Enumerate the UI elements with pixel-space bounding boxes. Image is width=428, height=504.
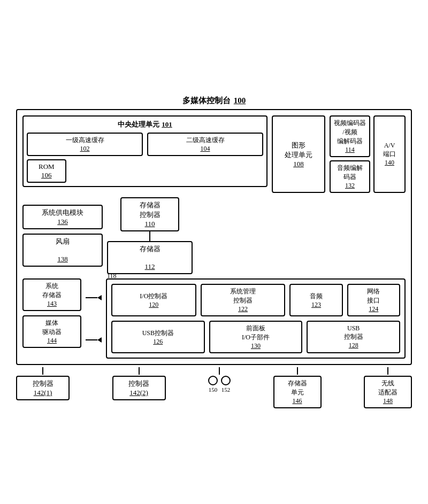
storage-unit-group: 存储器 单元 146 bbox=[273, 367, 322, 408]
audio-codec-num: 132 bbox=[345, 182, 355, 190]
usb-ctrl1-num: 126 bbox=[153, 338, 163, 346]
bus-section: 系统 存储器 143 媒体 驱动器 144 bbox=[22, 278, 406, 359]
io-bus-row2: USB控制器 126 前面板 I/O子部件 130 USB 控制器 128 bbox=[111, 321, 400, 353]
title-number: 100 bbox=[234, 96, 246, 105]
memory-num: 112 bbox=[144, 262, 155, 271]
storage-unit-block: 存储器 单元 146 bbox=[273, 376, 322, 408]
connectors-group: 150 152 bbox=[208, 367, 231, 393]
rom-block: ROM 106 bbox=[27, 159, 66, 183]
wireless-group: 无线 适配器 148 bbox=[364, 367, 412, 408]
media-drive-num: 144 bbox=[47, 337, 57, 345]
front-panel-block: 前面板 I/O子部件 130 bbox=[209, 321, 303, 353]
io-ctrl-num: 120 bbox=[149, 301, 158, 309]
net-iface-label: 网络 接口 bbox=[367, 287, 380, 305]
mem-ctrl-num: 110 bbox=[144, 220, 155, 228]
net-iface-num: 124 bbox=[369, 305, 378, 313]
audio-label: 音频 bbox=[310, 292, 323, 301]
av-port-label: A/V 端口 bbox=[383, 142, 396, 159]
cache2-num: 104 bbox=[201, 145, 210, 153]
mem-ctrl-label: 存储器 控制器 bbox=[140, 200, 160, 220]
left-ext-col: 系统 存储器 143 媒体 驱动器 144 bbox=[22, 278, 81, 348]
fan-num: 138 bbox=[57, 255, 68, 263]
diagram-title: 多媒体控制台 100 bbox=[16, 96, 412, 106]
io-bus-box: 118 I/O控制器 120 系统管理 控制器 122 音频 bbox=[106, 278, 406, 359]
fan-block: 风扇 138 bbox=[22, 234, 103, 267]
av-port-num: 140 bbox=[385, 159, 394, 167]
right-codec-section: 视频编码器 /视频 编解码器 114 音频编解 码器 132 A/V 端口 14… bbox=[330, 115, 406, 193]
rom-label: ROM bbox=[39, 162, 55, 171]
front-panel-label: 前面板 I/O子部件 bbox=[242, 324, 270, 342]
sys-storage-block: 系统 存储器 143 bbox=[22, 278, 81, 311]
power-label: 系统供电模块 bbox=[42, 208, 83, 218]
main-outer-box: 中央处理单元 101 一级高速缓存 102 bbox=[16, 109, 412, 365]
mem-vline bbox=[149, 231, 150, 241]
wireless-vline bbox=[387, 367, 388, 375]
fan-label: 风扇 bbox=[56, 237, 70, 246]
sys-mgmt-label: 系统管理 控制器 bbox=[230, 287, 256, 305]
video-codec-block: 视频编码器 /视频 编解码器 114 bbox=[330, 115, 370, 157]
ctrl1-vline bbox=[42, 367, 43, 375]
cache2-block: 二级高速缓存 104 bbox=[147, 133, 263, 156]
connector1-circle bbox=[208, 376, 218, 385]
bottom-ext-row: 控制器 142(1) 控制器 142(2) 150 bbox=[16, 367, 412, 408]
mem-col: 存储器 控制器 110 存储器 112 bbox=[107, 197, 193, 274]
arrow1 bbox=[86, 295, 102, 300]
storage-unit-label: 存储器 单元 bbox=[288, 379, 307, 397]
audio-codec-block: 音频编解 码器 132 bbox=[330, 160, 370, 193]
ctrl1-block: 控制器 142(1) bbox=[16, 376, 70, 400]
conn2-group: 152 bbox=[221, 376, 231, 393]
front-panel-num: 130 bbox=[251, 342, 261, 350]
gpu-block: 图形 处理单元 108 bbox=[272, 115, 325, 193]
connector2-circle bbox=[221, 376, 231, 385]
conn2-num: 152 bbox=[221, 386, 231, 393]
title-text: 多媒体控制台 bbox=[182, 96, 231, 106]
arrow2 bbox=[86, 337, 102, 343]
storage-unit-num: 146 bbox=[293, 397, 302, 405]
ctrl2-label: 控制器 bbox=[128, 379, 149, 389]
video-codec-num: 114 bbox=[345, 146, 355, 154]
cache2-label: 二级高速缓存 bbox=[186, 136, 225, 145]
bus-label-118: 118 bbox=[107, 272, 117, 280]
memory-block: 存储器 112 bbox=[107, 241, 193, 274]
av-port-block: A/V 端口 140 bbox=[373, 115, 406, 193]
io-ctrl-label: I/O控制器 bbox=[140, 292, 167, 301]
io-ctrl-block: I/O控制器 120 bbox=[111, 284, 196, 316]
usb-ctrl1-label: USB控制器 bbox=[142, 329, 174, 338]
sys-mgmt-num: 122 bbox=[238, 305, 248, 313]
memory-label: 存储器 bbox=[140, 244, 160, 254]
usb-ctrl2-block: USB 控制器 128 bbox=[307, 321, 400, 353]
cache1-num: 102 bbox=[80, 145, 90, 153]
wireless-label: 无线 适配器 bbox=[378, 379, 398, 397]
rom-num: 106 bbox=[41, 171, 52, 180]
audio-codec-label: 音频编解 码器 bbox=[337, 164, 363, 182]
mid-section: 系统供电模块 136 风扇 138 存储器 控制器 110 bbox=[22, 197, 406, 274]
cpu-label: 中央处理单元 bbox=[118, 120, 159, 129]
sys-storage-label: 系统 存储器 bbox=[42, 282, 62, 300]
arrows-col bbox=[86, 278, 102, 359]
connectors-pair: 150 152 bbox=[208, 376, 231, 393]
net-iface-block: 网络 接口 124 bbox=[347, 284, 400, 316]
cache1-block: 一级高速缓存 102 bbox=[27, 133, 143, 156]
ctrl1-group: 控制器 142(1) bbox=[16, 367, 70, 400]
power-num: 136 bbox=[57, 218, 68, 226]
ctrl2-block: 控制器 142(2) bbox=[112, 376, 166, 400]
cpu-box: 中央处理单元 101 一级高速缓存 102 bbox=[22, 115, 268, 187]
audio-block: 音频 123 bbox=[289, 284, 342, 316]
gpu-label: 图形 处理单元 bbox=[285, 141, 312, 160]
media-drive-label: 媒体 驱动器 bbox=[42, 319, 62, 337]
circles-row: 150 152 bbox=[208, 376, 231, 393]
conn1-group: 150 bbox=[208, 376, 218, 393]
media-drive-block: 媒体 驱动器 144 bbox=[22, 315, 81, 348]
conn1-num: 150 bbox=[209, 386, 218, 393]
top-section: 中央处理单元 101 一级高速缓存 102 bbox=[22, 115, 406, 193]
ctrl2-vline bbox=[139, 367, 140, 375]
audio-num: 123 bbox=[311, 301, 321, 309]
cache1-label: 一级高速缓存 bbox=[66, 136, 104, 145]
power-block: 系统供电模块 136 bbox=[22, 205, 103, 229]
codec-col: 视频编码器 /视频 编解码器 114 音频编解 码器 132 bbox=[330, 115, 370, 193]
storage-unit-vline bbox=[297, 367, 298, 375]
io-bus-row1: I/O控制器 120 系统管理 控制器 122 音频 123 网络 接口 bbox=[111, 284, 400, 316]
gpu-num: 108 bbox=[293, 160, 304, 168]
ctrl1-num: 142(1) bbox=[34, 389, 52, 397]
wireless-num: 148 bbox=[383, 397, 393, 405]
